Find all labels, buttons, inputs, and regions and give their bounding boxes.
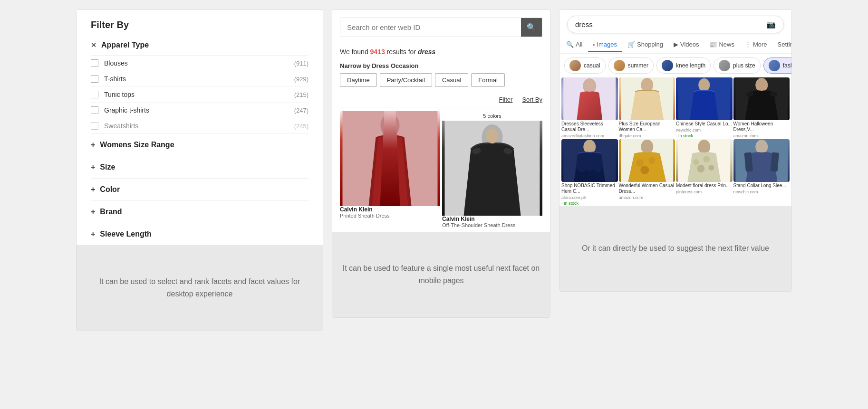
google-nav: 🔍 All ▪ Images 🛒 Shopping ▶ Videos 📰 New…	[559, 36, 791, 54]
chip-label-fashion: fashion	[783, 62, 791, 69]
nav-images-label: Images	[597, 41, 617, 48]
size-section[interactable]: + Size	[91, 156, 309, 178]
plus-icon-womens: +	[91, 141, 95, 149]
results-suffix: results for	[385, 48, 418, 56]
filter-label-tshirts: T-shirts	[104, 75, 289, 83]
gimg-label-3: Chinese Style Casual Lo...	[676, 121, 733, 127]
search-bar: 🔍	[340, 18, 542, 37]
occasion-daytime[interactable]: Daytime	[340, 73, 377, 87]
gimg-source-5: alora.com.ph	[561, 195, 618, 200]
gimg-label-6: Wonderful Women Casual Dress...	[619, 183, 675, 194]
gimg-card-8[interactable]: Stand Collar Long Slee... newchic.com	[733, 139, 790, 206]
colors-badge-2: 5 colors	[442, 111, 542, 121]
gimg-thumb-6	[619, 139, 675, 182]
gimg-card-2[interactable]: Plus Size European Women Ca... dhgate.co…	[619, 77, 675, 138]
svg-point-33	[755, 140, 768, 154]
chip-label-plus: plus size	[733, 62, 755, 69]
product-image-1	[340, 111, 440, 206]
nav-videos-label: Videos	[680, 41, 699, 48]
gimg-card-5[interactable]: Shop NOBASIC Trimmed Hem C... alora.com.…	[561, 139, 618, 206]
filter-item-tunic[interactable]: Tunic tops (215)	[91, 87, 309, 103]
gimg-thumb-5	[561, 139, 618, 182]
color-section[interactable]: + Color	[91, 178, 309, 200]
filter-count-sweatshirts: (245)	[294, 123, 309, 130]
gimg-card-6[interactable]: Wonderful Women Casual Dress... amazon.c…	[619, 139, 675, 206]
svg-point-27	[698, 140, 710, 154]
checkbox-tunic[interactable]	[91, 91, 98, 98]
filter-item-blouses[interactable]: Blouses (911)	[91, 56, 309, 71]
checkbox-sweatshirts[interactable]	[91, 122, 98, 130]
settings-label: Settings	[778, 41, 792, 48]
panel1-caption: It can be used to select and rank facets…	[77, 245, 323, 331]
gimg-source-8: newchic.com	[733, 190, 790, 194]
product-image-2	[442, 121, 542, 216]
gimg-card-1[interactable]: Dresses Sleeveless Casual Dre... amazedb…	[561, 77, 618, 138]
gimg-source-3: newchic.com	[676, 128, 733, 133]
google-search-bar: 📷	[567, 16, 784, 33]
filter-header: Filter By	[77, 10, 323, 35]
nav-all[interactable]: 🔍 All	[561, 38, 587, 52]
filter-item-tshirts[interactable]: T-shirts (929)	[91, 71, 309, 87]
camera-icon[interactable]: 📷	[766, 20, 776, 29]
gimg-label-7: Modest floral dress Prin...	[676, 183, 733, 189]
filter-count-graphic: (247)	[294, 107, 309, 114]
sleeve-length-section[interactable]: + Sleeve Length	[91, 223, 309, 245]
occasion-casual[interactable]: Casual	[435, 73, 468, 87]
search-input[interactable]	[340, 19, 521, 36]
narrow-section: Narrow by Dress Occasion Daytime Party/C…	[332, 58, 550, 92]
svg-point-10	[586, 80, 593, 89]
occasion-party[interactable]: Party/Cocktail	[380, 73, 432, 87]
close-icon[interactable]: ✕	[91, 41, 96, 49]
chip-knee[interactable]: knee length	[656, 57, 711, 74]
google-search-input[interactable]	[575, 20, 766, 29]
search-button[interactable]: 🔍	[521, 18, 542, 37]
filter-label-sweatshirts: Sweatshirts	[104, 122, 289, 130]
nav-images[interactable]: ▪ Images	[588, 38, 622, 52]
product-card-1[interactable]: Calvin Klein Printed Sheath Dress	[340, 111, 440, 228]
chip-avatar-knee	[662, 60, 673, 71]
chip-plus[interactable]: plus size	[714, 57, 761, 74]
nav-videos[interactable]: ▶ Videos	[669, 38, 704, 52]
apparel-type-header[interactable]: ✕ Apparel Type	[91, 35, 309, 56]
gimg-source-7: pinterest.com	[676, 190, 733, 194]
nav-shopping-label: Shopping	[637, 41, 663, 48]
plus-icon-brand: +	[91, 208, 95, 216]
filter-item-graphic[interactable]: Graphic t-shirts (247)	[91, 103, 309, 118]
checkbox-graphic[interactable]	[91, 106, 98, 114]
nav-news-label: News	[719, 41, 734, 48]
product-name-1: Printed Sheath Dress	[340, 213, 440, 219]
chip-summer[interactable]: summer	[608, 57, 654, 74]
nav-settings[interactable]: Settings	[773, 38, 792, 52]
occasion-formal[interactable]: Formal	[471, 73, 504, 87]
sort-link[interactable]: Sort By	[522, 96, 542, 103]
chip-casual[interactable]: casual	[564, 57, 606, 74]
brand-section[interactable]: + Brand	[91, 200, 309, 223]
filter-link[interactable]: Filter	[499, 96, 512, 103]
gimg-card-7[interactable]: Modest floral dress Prin... pinterest.co…	[676, 139, 733, 206]
svg-point-7	[486, 128, 499, 143]
checkbox-blouses[interactable]	[91, 59, 98, 67]
chip-avatar-casual	[569, 60, 581, 71]
product-card-2[interactable]: 5 colors Calvin Klein Off-The-Shoulder S…	[442, 111, 542, 228]
gimg-thumb-3	[676, 77, 733, 120]
womens-size-range-section[interactable]: + Womens Size Range	[91, 133, 309, 156]
filter-item-sweatshirts[interactable]: Sweatshirts (245)	[91, 118, 309, 133]
filter-count-tunic: (215)	[294, 91, 309, 98]
product-brand-1: Calvin Klein	[340, 206, 440, 213]
apparel-type-section: ✕ Apparel Type Blouses (911) T-shirts (9…	[77, 35, 323, 133]
gimg-card-4[interactable]: Women Halloween Dress,V... amazon.com	[733, 77, 790, 138]
narrow-title: Narrow by Dress Occasion	[340, 62, 542, 69]
svg-rect-0	[343, 111, 438, 206]
nav-news[interactable]: 📰 News	[704, 38, 739, 52]
color-label: Color	[100, 185, 120, 194]
checkbox-tshirts[interactable]	[91, 75, 98, 83]
gimg-card-3[interactable]: Chinese Style Casual Lo... newchic.com ·…	[676, 77, 733, 138]
gimg-badge-5: · In stock	[561, 201, 618, 206]
chip-fashion[interactable]: fashion	[763, 57, 791, 74]
filter-label-blouses: Blouses	[104, 59, 289, 67]
plus-icon-sleeve: +	[91, 230, 95, 238]
nav-more[interactable]: ⋮ More	[740, 38, 772, 52]
gimg-thumb-7	[676, 139, 733, 182]
panel2-caption: It can be used to feature a single most …	[332, 232, 550, 317]
nav-shopping[interactable]: 🛒 Shopping	[623, 38, 668, 52]
